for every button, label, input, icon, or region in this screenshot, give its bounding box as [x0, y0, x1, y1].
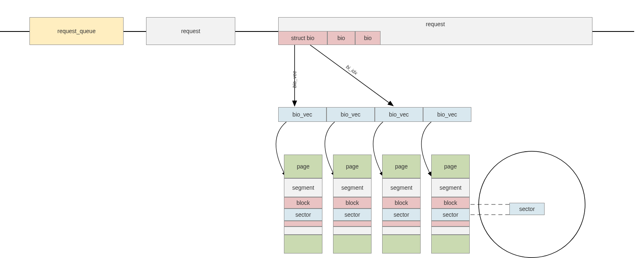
- block-box-4: block: [431, 197, 470, 209]
- bio-vec-2-label: bio_vec: [341, 111, 360, 118]
- bio-vec-4-label: bio_vec: [437, 111, 457, 118]
- segment-box-1: segment: [284, 178, 322, 197]
- page-box-1: page: [284, 155, 322, 178]
- stripe-pink-1: [284, 221, 322, 227]
- request-box-1: request: [146, 17, 235, 45]
- bio-vec-box-1: bio_vec: [278, 107, 327, 122]
- sector-3-label: sector: [394, 211, 409, 218]
- stripe-pink-4: [431, 221, 470, 227]
- request-1-label: request: [181, 28, 200, 34]
- stripe-grey-3: [382, 227, 421, 235]
- page-4-label: page: [444, 163, 457, 170]
- bi-idx-arrow-label: bi_idx: [345, 64, 359, 76]
- block-box-2: block: [333, 197, 372, 209]
- stripe-pink-2: [333, 221, 372, 227]
- bio-box-1: bio: [327, 31, 355, 45]
- page-box-3: page: [382, 155, 421, 178]
- block-box-3: block: [382, 197, 421, 209]
- bio-2-label: bio: [364, 35, 372, 41]
- struct-bio-label: struct bio: [291, 35, 315, 41]
- block-1-label: block: [297, 200, 310, 206]
- stripe-pink-3: [382, 221, 421, 227]
- sector-box-3: sector: [382, 209, 421, 221]
- stripe-green-2: [333, 235, 372, 254]
- bio-vec-box-2: bio_vec: [327, 107, 375, 122]
- bio-box-2: bio: [355, 31, 381, 45]
- segment-box-3: segment: [382, 178, 421, 197]
- sector-box-1: sector: [284, 209, 322, 221]
- bio-1-label: bio: [338, 35, 345, 41]
- page-2-label: page: [346, 163, 358, 170]
- svg-line-3: [310, 45, 393, 105]
- stripe-green-1: [284, 235, 322, 254]
- disk-sector-label: sector: [519, 206, 535, 212]
- sector-box-4: sector: [431, 209, 470, 221]
- request-queue-label: request_queue: [57, 28, 95, 34]
- sector-2-label: sector: [345, 211, 360, 218]
- request-queue-box: request_queue: [29, 17, 124, 45]
- page-box-4: page: [431, 155, 470, 178]
- bio-vec-box-4: bio_vec: [423, 107, 471, 122]
- segment-3-label: segment: [390, 184, 412, 191]
- sector-1-label: sector: [295, 211, 311, 218]
- request-2-label: request: [426, 21, 445, 27]
- segment-2-label: segment: [341, 184, 363, 191]
- stripe-green-3: [382, 235, 421, 254]
- segment-box-4: segment: [431, 178, 470, 197]
- bio-vec-arrow-label: bio_vec: [292, 71, 297, 88]
- sector-box-2: sector: [333, 209, 372, 221]
- block-box-1: block: [284, 197, 322, 209]
- bio-vec-box-3: bio_vec: [375, 107, 423, 122]
- bio-vec-1-label: bio_vec: [293, 111, 312, 118]
- segment-box-2: segment: [333, 178, 372, 197]
- disk-sector-box: sector: [509, 203, 545, 215]
- block-2-label: block: [346, 200, 359, 206]
- block-4-label: block: [444, 200, 457, 206]
- struct-bio-box: struct bio: [278, 31, 327, 45]
- bio-vec-3-label: bio_vec: [389, 111, 409, 118]
- stripe-grey-4: [431, 227, 470, 235]
- stripe-grey-2: [333, 227, 372, 235]
- stripe-grey-1: [284, 227, 322, 235]
- page-box-2: page: [333, 155, 372, 178]
- block-3-label: block: [395, 200, 408, 206]
- page-3-label: page: [395, 163, 408, 170]
- segment-4-label: segment: [439, 184, 462, 191]
- sector-4-label: sector: [443, 211, 458, 218]
- segment-1-label: segment: [292, 184, 314, 191]
- stripe-green-4: [431, 235, 470, 254]
- page-1-label: page: [297, 163, 309, 170]
